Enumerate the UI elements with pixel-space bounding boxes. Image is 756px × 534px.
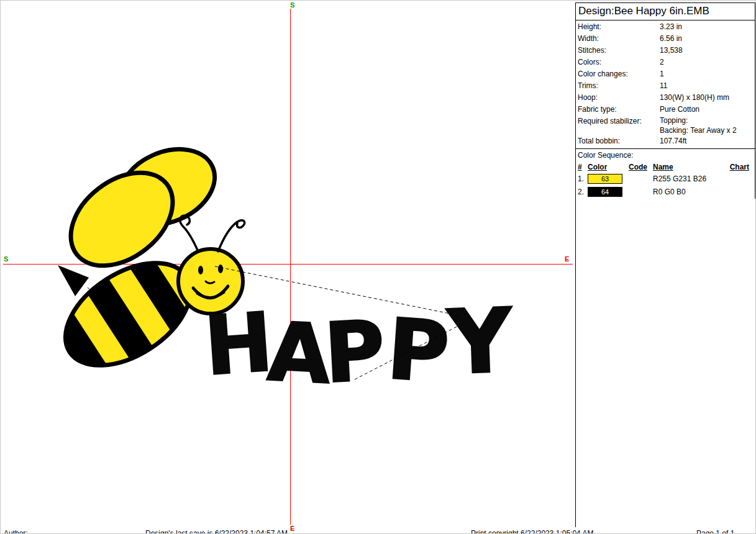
property-value: Pure Cotton [660, 104, 753, 115]
embroidery-print-preview-window: S E S E [0, 0, 756, 534]
property-value: 130(W) x 180(H) mm [660, 92, 753, 104]
column-header-code: Code [629, 161, 653, 173]
property-row-colors: Colors: 2 [576, 57, 755, 68]
column-header-chart: Chart [724, 161, 753, 173]
bee-antennae [180, 215, 245, 251]
design-info-panel: Design:Bee Happy 6in.EMB Height: 3.23 in… [575, 2, 755, 199]
property-label: Color changes: [578, 68, 660, 80]
property-label: Hoop: [578, 92, 660, 104]
property-value: 11 [660, 80, 753, 92]
column-header-color: Color [588, 161, 629, 173]
stabilizer-topping: Topping: [660, 115, 753, 125]
color-row-number: 1. [578, 173, 588, 185]
property-label: Stitches: [578, 45, 660, 57]
property-value: 1 [660, 68, 753, 80]
design-title: Design:Bee Happy 6in.EMB [576, 3, 755, 20]
color-sequence-row-2: 2. 64 R0 G0 B0 [576, 186, 755, 199]
color-sequence-title: Color Sequence: [576, 149, 755, 161]
letter-p1: P [322, 302, 388, 401]
property-value: 107.74ft [660, 135, 753, 147]
property-value: Topping: Backing: Tear Away x 2 [660, 115, 753, 135]
property-row-trims: Trims: 11 [576, 80, 755, 92]
property-label: Width: [578, 33, 660, 45]
property-label: Trims: [578, 80, 660, 92]
property-row-bobbin: Total bobbin: 107.74ft [576, 135, 755, 147]
stabilizer-backing: Backing: Tear Away x 2 [660, 125, 753, 135]
design-canvas: S E S E [1, 1, 575, 534]
column-header-number: # [578, 161, 588, 173]
color-row-name: R0 G0 B0 [653, 186, 724, 198]
property-value: 13,538 [660, 45, 753, 57]
letter-p2: P [385, 301, 452, 401]
property-label: Required stabilizer: [578, 115, 660, 127]
property-row-fabric: Fabric type: Pure Cotton [576, 104, 755, 115]
property-row-stabilizer: Required stabilizer: Topping: Backing: T… [576, 115, 755, 135]
footer-author: Author: [4, 529, 28, 534]
property-row-width: Width: 6.56 in [576, 33, 755, 45]
property-label: Total bobbin: [578, 135, 660, 147]
property-label: Colors: [578, 57, 660, 68]
letter-y: Y [445, 289, 515, 394]
footer-print-copyright: Print copyright 6/22/2023 1:05:04 AM [471, 529, 593, 534]
bee-happy-design: H A P P Y [1, 1, 575, 534]
property-label: Fabric type: [578, 104, 660, 115]
bee-stinger [58, 265, 89, 296]
property-label: Height: [578, 21, 660, 33]
property-row-height: Height: 3.23 in [576, 21, 755, 33]
letter-h: H [202, 295, 276, 394]
property-row-hoop: Hoop: 130(W) x 180(H) mm [576, 92, 755, 104]
color-swatch-yellow: 63 [588, 174, 622, 184]
color-sequence-header: # Color Code Name Chart [576, 161, 755, 173]
color-sequence-row-1: 1. 63 R255 G231 B26 [576, 173, 755, 186]
happy-lettering: H A P P Y [202, 289, 516, 402]
color-row-number: 2. [578, 186, 588, 198]
color-swatch-black: 64 [588, 187, 622, 197]
footer-last-save: Design's last save is 6/22/2023 1:04:57 … [145, 529, 288, 534]
design-properties: Height: 3.23 in Width: 6.56 in Stitches:… [576, 20, 755, 149]
property-value: 3.23 in [660, 21, 753, 33]
property-row-stitches: Stitches: 13,538 [576, 45, 755, 57]
column-header-name: Name [653, 161, 724, 173]
color-row-name: R255 G231 B26 [653, 173, 724, 185]
property-value: 6.56 in [660, 33, 753, 45]
property-value: 2 [660, 57, 753, 68]
property-row-color-changes: Color changes: 1 [576, 68, 755, 80]
footer-page-number: Page 1 of 1 [696, 529, 734, 534]
